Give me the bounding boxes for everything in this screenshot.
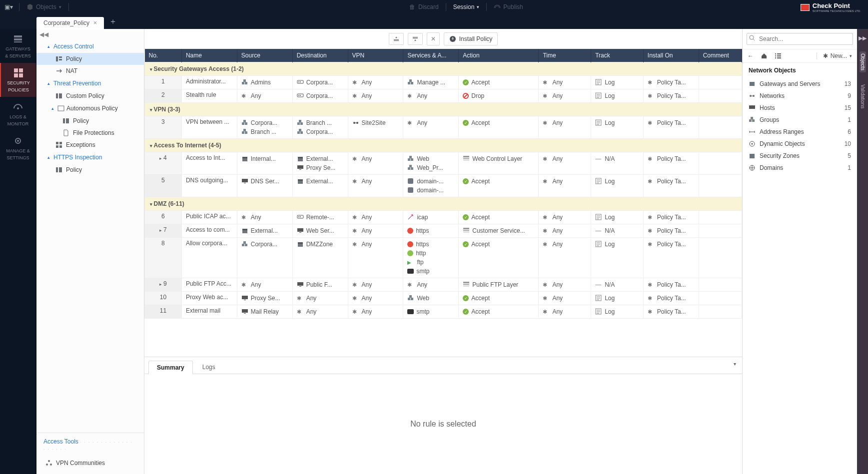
collapse-tree-button[interactable]: ◀◀ bbox=[39, 31, 48, 38]
cell-vpn[interactable]: Site2Site bbox=[348, 116, 403, 139]
nav-manage-settings[interactable]: MANAGE & SETTINGS bbox=[0, 131, 36, 165]
cell-value[interactable]: Policy Ta... bbox=[648, 154, 695, 163]
cell-value[interactable]: https bbox=[407, 240, 454, 249]
cell-install-on[interactable]: Policy Ta... bbox=[643, 175, 699, 197]
add-rule-above-button[interactable] bbox=[389, 33, 404, 45]
cell-value[interactable]: Any bbox=[352, 307, 399, 316]
cell-value[interactable]: Any bbox=[543, 177, 587, 186]
tree-item-file-protections[interactable]: File Protections bbox=[36, 127, 144, 139]
cell-destination[interactable]: Corpora... bbox=[292, 89, 348, 103]
rule-row[interactable]: ▸7Access to com...External...Web Ser...A… bbox=[145, 224, 742, 238]
cell-value[interactable]: Any bbox=[297, 307, 344, 316]
rule-row[interactable]: 5DNS outgoing...DNS Ser...External...Any… bbox=[145, 175, 742, 197]
cell-comments[interactable] bbox=[699, 76, 742, 89]
cell-destination[interactable]: Any bbox=[292, 305, 348, 319]
cell-value[interactable]: Any bbox=[407, 91, 454, 100]
delete-rule-button[interactable]: ✕ bbox=[427, 32, 440, 45]
rule-row[interactable]: 3VPN between ...Corpora...Branch ...Bran… bbox=[145, 116, 742, 139]
cell-name[interactable]: Allow corpora... bbox=[181, 238, 237, 278]
cell-value[interactable]: Web bbox=[407, 154, 454, 163]
cell-vpn[interactable]: Any bbox=[348, 278, 403, 292]
cell-source[interactable]: Corpora... bbox=[237, 238, 292, 278]
objects-category-item[interactable]: Gateways and Servers13 bbox=[743, 78, 857, 90]
cell-time[interactable]: Any bbox=[539, 116, 591, 139]
cell-value[interactable]: Any bbox=[543, 91, 587, 100]
cell-install-on[interactable]: Policy Ta... bbox=[643, 76, 699, 89]
cell-no[interactable]: 1 bbox=[145, 76, 182, 89]
cell-vpn[interactable]: Any bbox=[348, 238, 403, 278]
cell-vpn[interactable]: Any bbox=[348, 76, 403, 89]
rule-row[interactable]: 2Stealth ruleAnyCorpora...AnyAnyDropAnyL… bbox=[145, 89, 742, 103]
install-policy-button[interactable]: Install Policy bbox=[444, 32, 498, 45]
cell-value[interactable]: Proxy Se... bbox=[297, 163, 344, 172]
cell-vpn[interactable]: Any bbox=[348, 211, 403, 224]
cell-track[interactable]: Log bbox=[591, 292, 644, 305]
rules-section-header[interactable]: VPN (3-3) bbox=[145, 103, 742, 116]
cell-no[interactable]: ▸7 bbox=[145, 224, 182, 238]
cell-track[interactable]: Log bbox=[591, 175, 644, 197]
back-button[interactable]: ← bbox=[748, 52, 754, 59]
cell-time[interactable]: Any bbox=[539, 278, 591, 292]
column-header[interactable]: Destination bbox=[292, 49, 348, 62]
cell-value[interactable]: Any bbox=[241, 91, 288, 100]
cell-action[interactable]: Web Control Layer bbox=[459, 152, 539, 175]
cell-action[interactable]: Accept bbox=[459, 175, 539, 197]
cell-no[interactable]: 2 bbox=[145, 89, 182, 103]
cell-services[interactable]: Any bbox=[403, 278, 459, 292]
cell-action[interactable]: Accept bbox=[459, 211, 539, 224]
cell-destination[interactable]: Public F... bbox=[292, 278, 348, 292]
objects-category-item[interactable]: Hosts15 bbox=[743, 102, 857, 114]
cell-value[interactable]: Any bbox=[241, 280, 288, 289]
cell-comments[interactable] bbox=[699, 152, 742, 175]
cell-time[interactable]: Any bbox=[539, 238, 591, 278]
column-header[interactable]: Name bbox=[181, 49, 237, 62]
cell-vpn[interactable]: Any bbox=[348, 89, 403, 103]
tree-item-exceptions[interactable]: Exceptions bbox=[36, 139, 144, 151]
document-tab[interactable]: Corporate_Policy × bbox=[36, 17, 104, 29]
cell-value[interactable]: Policy Ta... bbox=[648, 240, 695, 249]
cell-vpn[interactable]: Any bbox=[348, 292, 403, 305]
cell-value[interactable]: domain-... bbox=[407, 177, 454, 186]
column-header[interactable]: Track bbox=[591, 49, 644, 62]
cell-time[interactable]: Any bbox=[539, 89, 591, 103]
tree-item-custom-policy[interactable]: Custom Policy bbox=[36, 90, 144, 102]
cell-value[interactable]: Any bbox=[407, 118, 454, 127]
cell-source[interactable]: Corpora...Branch ... bbox=[237, 116, 292, 139]
cell-comments[interactable] bbox=[699, 238, 742, 278]
cell-time[interactable]: Any bbox=[539, 305, 591, 319]
cell-value[interactable]: Any bbox=[543, 294, 587, 303]
cell-name[interactable]: Public ICAP ac... bbox=[181, 211, 237, 224]
cell-value[interactable]: Policy Ta... bbox=[648, 118, 695, 127]
cell-source[interactable]: Any bbox=[237, 278, 292, 292]
cell-value[interactable]: Corpora... bbox=[297, 91, 344, 100]
rule-row[interactable]: 6Public ICAP ac...AnyRemote-...AnyicapAc… bbox=[145, 211, 742, 224]
cell-value[interactable]: Any bbox=[297, 294, 344, 303]
cell-source[interactable]: Admins bbox=[237, 76, 292, 89]
cell-value[interactable]: Any bbox=[543, 154, 587, 163]
cell-value[interactable]: Corpora... bbox=[297, 78, 344, 87]
cell-time[interactable]: Any bbox=[539, 175, 591, 197]
cell-value[interactable]: Any bbox=[352, 226, 399, 235]
cell-action[interactable]: Accept bbox=[459, 305, 539, 319]
cell-services[interactable]: Web bbox=[403, 292, 459, 305]
cell-value[interactable]: Policy Ta... bbox=[648, 177, 695, 186]
cell-value[interactable]: Internal... bbox=[241, 154, 288, 163]
cell-value[interactable]: Any bbox=[352, 213, 399, 222]
cell-services[interactable]: Manage ... bbox=[403, 76, 459, 89]
session-button[interactable]: Session ▾ bbox=[453, 3, 480, 10]
column-header[interactable]: Install On bbox=[643, 49, 699, 62]
rail-tab-objects[interactable]: Objects bbox=[860, 51, 866, 72]
objects-category-item[interactable]: Networks9 bbox=[743, 90, 857, 102]
cell-action[interactable]: Accept bbox=[459, 116, 539, 139]
cell-time[interactable]: Any bbox=[539, 76, 591, 89]
cell-track[interactable]: Log bbox=[591, 89, 644, 103]
cell-value[interactable]: Admins bbox=[241, 78, 288, 87]
cell-value[interactable]: Any bbox=[543, 307, 587, 316]
cell-value[interactable]: Remote-... bbox=[297, 213, 344, 222]
nav-security-policies[interactable]: SECURITY POLICIES bbox=[0, 63, 36, 97]
cell-value[interactable]: Web Ser... bbox=[297, 226, 344, 235]
cell-value[interactable]: Policy Ta... bbox=[648, 226, 695, 235]
nav-logs-monitor[interactable]: LOGS & MONITOR bbox=[0, 97, 36, 131]
cell-source[interactable]: Proxy Se... bbox=[237, 292, 292, 305]
cell-name[interactable]: Stealth rule bbox=[181, 89, 237, 103]
